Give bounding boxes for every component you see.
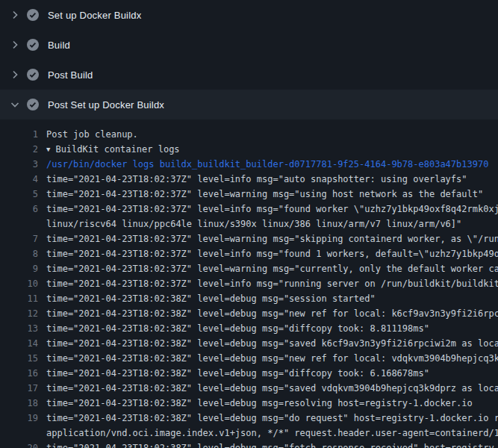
line-number[interactable]: 7 xyxy=(0,231,38,246)
line-text: time="2021-04-23T18:02:38Z" level=debug … xyxy=(46,381,498,396)
line-number[interactable]: 13 xyxy=(0,321,38,336)
line-number[interactable]: 4 xyxy=(0,172,38,187)
line-text: time="2021-04-23T18:02:38Z" level=debug … xyxy=(46,336,498,351)
log-line-group: 2 ▼BuildKit container logs xyxy=(0,142,498,157)
line-number[interactable]: 3 xyxy=(0,157,38,172)
line-text: ▼BuildKit container logs xyxy=(46,142,180,157)
line-text: time="2021-04-23T18:02:38Z" level=debug … xyxy=(46,321,429,336)
line-number[interactable]: 18 xyxy=(0,396,38,411)
line-number xyxy=(0,426,38,441)
log-line: 1 Post job cleanup. xyxy=(0,127,498,142)
check-circle-icon xyxy=(27,9,39,21)
line-number[interactable]: 2 xyxy=(0,142,38,157)
chevron-right-icon xyxy=(9,69,21,81)
line-text: time="2021-04-23T18:02:37Z" level=warnin… xyxy=(46,261,498,276)
chevron-right-icon xyxy=(9,39,21,51)
line-number[interactable]: 10 xyxy=(0,276,38,291)
log-line-continuation: linux/riscv64 linux/ppc64le linux/s390x … xyxy=(0,217,498,231)
log-line: 14 time="2021-04-23T18:02:38Z" level=deb… xyxy=(0,336,498,351)
log-line: 10 time="2021-04-23T18:02:37Z" level=inf… xyxy=(0,276,498,291)
line-text: time="2021-04-23T18:02:38Z" level=debug … xyxy=(46,366,429,381)
line-number[interactable]: 17 xyxy=(0,381,38,396)
log-line-command: 3 /usr/bin/docker logs buildx_buildkit_b… xyxy=(0,157,498,172)
log-line: 11 time="2021-04-23T18:02:38Z" level=deb… xyxy=(0,291,498,306)
line-number[interactable]: 5 xyxy=(0,187,38,202)
log-line: 6 time="2021-04-23T18:02:37Z" level=info… xyxy=(0,202,498,217)
log-container: 1 Post job cleanup. 2 ▼BuildKit containe… xyxy=(0,119,498,448)
log-line: 7 time="2021-04-23T18:02:37Z" level=warn… xyxy=(0,231,498,246)
line-text: Post job cleanup. xyxy=(46,127,138,142)
check-circle-icon xyxy=(27,69,39,81)
log-line: 8 time="2021-04-23T18:02:37Z" level=info… xyxy=(0,246,498,261)
log-line: 18 time="2021-04-23T18:02:38Z" level=deb… xyxy=(0,396,498,411)
line-text: time="2021-04-23T18:02:38Z" level=debug … xyxy=(46,396,473,411)
actions-log-viewer: Set up Docker Buildx Build Post Build Po… xyxy=(0,0,498,448)
line-number[interactable]: 14 xyxy=(0,336,38,351)
log-line: 12 time="2021-04-23T18:02:38Z" level=deb… xyxy=(0,306,498,321)
line-number[interactable]: 6 xyxy=(0,202,38,217)
log-line: 17 time="2021-04-23T18:02:38Z" level=deb… xyxy=(0,381,498,396)
line-text: time="2021-04-23T18:02:38Z" level=debug … xyxy=(46,306,498,321)
line-text: time="2021-04-23T18:02:38Z" level=debug … xyxy=(46,351,498,366)
line-text: time="2021-04-23T18:02:37Z" level=warnin… xyxy=(46,187,483,202)
line-number[interactable]: 1 xyxy=(0,127,38,142)
line-text: time="2021-04-23T18:02:37Z" level=info m… xyxy=(46,172,467,187)
line-text: time="2021-04-23T18:02:37Z" level=info m… xyxy=(46,276,498,291)
check-circle-icon xyxy=(27,99,39,111)
line-number[interactable]: 19 xyxy=(0,411,38,426)
line-text: time="2021-04-23T18:02:38Z" level=debug … xyxy=(46,441,494,448)
section-header-build[interactable]: Build xyxy=(0,30,498,60)
log-line: 9 time="2021-04-23T18:02:37Z" level=warn… xyxy=(0,261,498,276)
line-number[interactable]: 15 xyxy=(0,351,38,366)
line-text: time="2021-04-23T18:02:37Z" level=info m… xyxy=(46,246,498,261)
line-number[interactable]: 11 xyxy=(0,291,38,306)
chevron-right-icon xyxy=(9,9,21,21)
log-line: 19 time="2021-04-23T18:02:38Z" level=deb… xyxy=(0,411,498,426)
log-line: 20 time="2021-04-23T18:02:38Z" level=deb… xyxy=(0,441,498,448)
section-label: Post Build xyxy=(48,69,93,81)
line-text: time="2021-04-23T18:02:37Z" level=warnin… xyxy=(46,231,498,246)
group-toggle-icon[interactable]: ▼ xyxy=(46,142,50,157)
line-number[interactable]: 20 xyxy=(0,441,38,448)
line-text: time="2021-04-23T18:02:38Z" level=debug … xyxy=(46,411,498,426)
section-label: Post Set up Docker Buildx xyxy=(48,99,164,111)
section-header-post-set-up-docker-buildx[interactable]: Post Set up Docker Buildx xyxy=(0,90,498,119)
line-number[interactable]: 16 xyxy=(0,366,38,381)
section-label: Set up Docker Buildx xyxy=(48,10,141,21)
chevron-down-icon xyxy=(9,99,21,111)
line-text: linux/riscv64 linux/ppc64le linux/s390x … xyxy=(46,217,461,231)
log-line: 16 time="2021-04-23T18:02:38Z" level=deb… xyxy=(0,366,498,381)
log-line: 4 time="2021-04-23T18:02:37Z" level=info… xyxy=(0,172,498,187)
line-number[interactable]: 9 xyxy=(0,261,38,276)
log-line: 15 time="2021-04-23T18:02:38Z" level=deb… xyxy=(0,351,498,366)
line-text: time="2021-04-23T18:02:38Z" level=debug … xyxy=(46,291,376,306)
section-label: Build xyxy=(48,40,70,51)
log-line: 13 time="2021-04-23T18:02:38Z" level=deb… xyxy=(0,321,498,336)
section-header-set-up-docker-buildx[interactable]: Set up Docker Buildx xyxy=(0,0,498,30)
line-number xyxy=(0,217,38,231)
command-line-text: /usr/bin/docker logs buildx_buildkit_bui… xyxy=(46,157,488,172)
group-label[interactable]: BuildKit container logs xyxy=(55,144,179,155)
log-line: 5 time="2021-04-23T18:02:37Z" level=warn… xyxy=(0,187,498,202)
check-circle-icon xyxy=(27,39,39,51)
line-number[interactable]: 12 xyxy=(0,306,38,321)
line-text: time="2021-04-23T18:02:37Z" level=info m… xyxy=(46,202,498,217)
line-text: application/vnd.oci.image.index.v1+json,… xyxy=(46,426,498,441)
log-line-continuation: application/vnd.oci.image.index.v1+json,… xyxy=(0,426,498,441)
section-header-post-build[interactable]: Post Build xyxy=(0,60,498,90)
line-number[interactable]: 8 xyxy=(0,246,38,261)
